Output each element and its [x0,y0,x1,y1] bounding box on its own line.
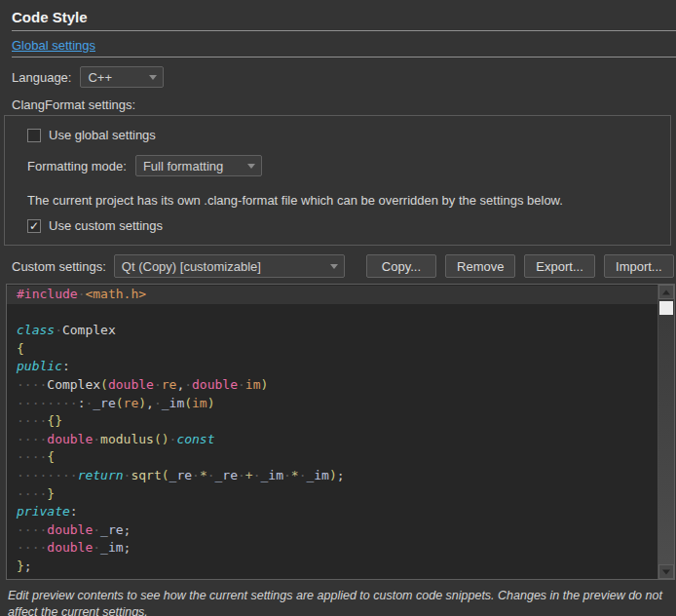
code-line: ····} [7,485,658,504]
remove-button[interactable]: Remove [445,254,515,278]
link-separator [12,57,676,58]
global-settings-link[interactable]: Global settings [12,38,95,53]
use-custom-settings-checkbox[interactable] [27,219,41,233]
use-custom-settings-label: Use custom settings [49,218,163,233]
page-title: Code Style [12,9,676,26]
custom-settings-buttons: Copy... Remove Export... Import... [366,254,674,278]
code-line: #include·<math.h> [7,286,658,304]
scroll-up-button[interactable] [658,285,674,299]
language-label: Language: [12,70,71,85]
preview-hint-text: Edit preview contents to see how the cur… [8,588,664,616]
clang-format-file-note: The current project has its own .clang-f… [27,193,660,209]
code-line: }; [7,558,658,576]
chevron-down-icon [149,75,157,80]
language-row: Language: C++ [12,66,676,88]
scrollbar-thumb[interactable] [659,301,673,315]
scroll-down-button[interactable] [658,564,674,579]
use-global-settings-label: Use global settings [49,128,156,142]
code-line: ····double·_re; [7,521,658,540]
title-separator [12,30,676,31]
code-line [7,304,658,323]
code-line: ····Complex(double·re,·double·im) [7,376,658,395]
code-line: ····double·modulus()·const [7,431,658,449]
custom-settings-value: Qt (Copy) [customizable] [122,259,324,274]
formatting-mode-row: Formatting mode: Full formatting [27,155,660,176]
code-line: ····{ [7,448,658,467]
clangformat-groupbox: Use global settings Formatting mode: Ful… [4,115,671,246]
custom-settings-dropdown[interactable]: Qt (Copy) [customizable] [114,254,345,278]
use-global-settings-checkbox[interactable] [27,129,41,142]
chevron-down-icon [247,164,255,169]
code-line: ········:·_re(re),·_im(im) [7,395,658,413]
code-line: public: [7,358,658,376]
export-button[interactable]: Export... [524,254,594,278]
code-area[interactable]: #include·<math.h> class·Complex{public:·… [7,286,658,578]
code-line: private: [7,503,658,521]
language-value: C++ [88,70,143,85]
copy-button[interactable]: Copy... [366,254,436,278]
code-line: ········return·sqrt(_re·*·_re·+·_im·*·_i… [7,467,658,485]
code-style-settings-page: Code Style Global settings Language: C++… [0,0,676,616]
chevron-down-icon [330,264,338,269]
formatting-mode-dropdown[interactable]: Full formatting [135,155,262,176]
code-line: ····{} [7,412,658,431]
code-line: class·Complex [7,322,658,340]
triangle-up-icon [662,289,670,294]
formatting-mode-value: Full formatting [143,159,242,173]
clangformat-section-label: ClangFormat settings: [12,97,676,113]
custom-settings-row: Custom settings: Qt (Copy) [customizable… [12,254,674,278]
use-custom-settings-row: Use custom settings [27,218,660,233]
language-dropdown[interactable]: C++ [80,66,164,88]
code-line: ····double·_im; [7,539,658,558]
code-line: { [7,340,658,359]
use-global-settings-row: Use global settings [27,128,660,142]
import-button[interactable]: Import... [604,254,674,278]
custom-settings-label: Custom settings: [12,259,106,274]
formatting-mode-label: Formatting mode: [27,159,127,173]
code-preview-editor[interactable]: #include·<math.h> class·Complex{public:·… [6,284,675,580]
triangle-down-icon [662,569,670,574]
vertical-scrollbar[interactable] [657,285,674,579]
